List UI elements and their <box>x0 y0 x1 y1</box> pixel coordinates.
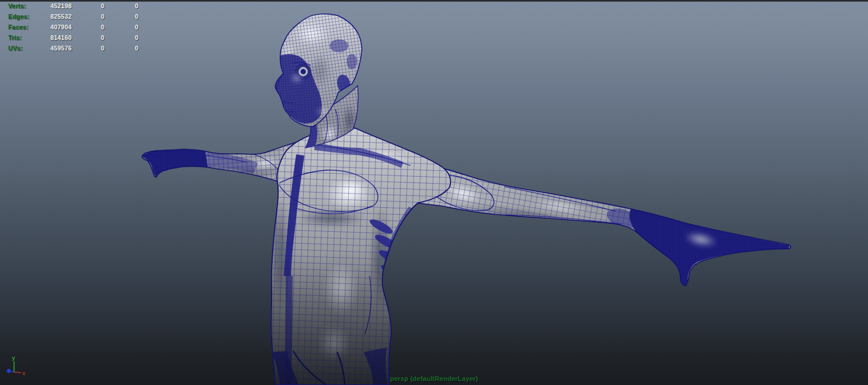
right-arm-wireframe <box>418 166 791 286</box>
axis-z-dot <box>7 369 11 373</box>
lower-body-shading <box>258 252 422 385</box>
hud-value: 0 <box>135 2 138 9</box>
viewport-3d[interactable]: Verts: 452198 0 0 Edges: 825532 0 0 Face… <box>0 0 868 385</box>
hud-value: 814160 <box>50 34 72 41</box>
axis-x-label: x <box>22 370 25 376</box>
hud-row-tris: Tris: 814160 0 0 <box>8 33 167 43</box>
poly-count-hud: Verts: 452198 0 0 Edges: 825532 0 0 Face… <box>8 1 167 54</box>
cheek-highlight <box>291 74 302 82</box>
axis-z-line <box>11 372 14 373</box>
hud-value: 0 <box>135 23 138 31</box>
hud-label: UVs: <box>8 45 23 52</box>
hud-label: Edges: <box>8 13 29 20</box>
skull-back-dense-mesh <box>330 39 348 52</box>
hud-value: 0 <box>135 45 138 52</box>
axis-x-line <box>14 372 21 373</box>
hud-row-edges: Edges: 825532 0 0 <box>8 12 167 22</box>
hud-value: 0 <box>101 2 104 9</box>
left-hand-wire <box>142 149 208 177</box>
hud-row-verts: Verts: 452198 0 0 <box>8 1 167 12</box>
skull-back-dense-mesh <box>347 54 357 69</box>
axis-gizmo: y x <box>2 352 30 383</box>
hud-row-uvs: UVs: 459576 0 0 <box>8 43 167 54</box>
hud-value: 0 <box>101 13 104 20</box>
hud-value: 452198 <box>50 2 72 9</box>
hud-row-faces: Faces: 407904 0 0 <box>8 22 167 33</box>
hud-value: 0 <box>101 34 104 41</box>
hud-value: 0 <box>135 13 138 20</box>
hud-value: 0 <box>101 45 104 52</box>
ecorche-model[interactable] <box>0 0 868 385</box>
hud-value: 459576 <box>50 45 72 52</box>
hud-label: Faces: <box>8 23 28 31</box>
iris <box>301 69 306 75</box>
hud-value: 0 <box>135 34 138 41</box>
axis-y-label: y <box>12 355 15 361</box>
hud-value: 825532 <box>50 13 72 20</box>
right-hand-wire <box>629 208 789 286</box>
model-torso[interactable] <box>258 128 450 385</box>
hud-label: Verts: <box>8 2 26 9</box>
hud-label: Tris: <box>8 34 22 41</box>
model-right-arm[interactable] <box>418 166 791 286</box>
model-left-arm[interactable] <box>142 141 300 185</box>
hud-value: 407904 <box>50 23 72 31</box>
hud-value: 0 <box>101 23 104 31</box>
camera-label: persp (defaultRenderLayer) <box>390 375 478 382</box>
